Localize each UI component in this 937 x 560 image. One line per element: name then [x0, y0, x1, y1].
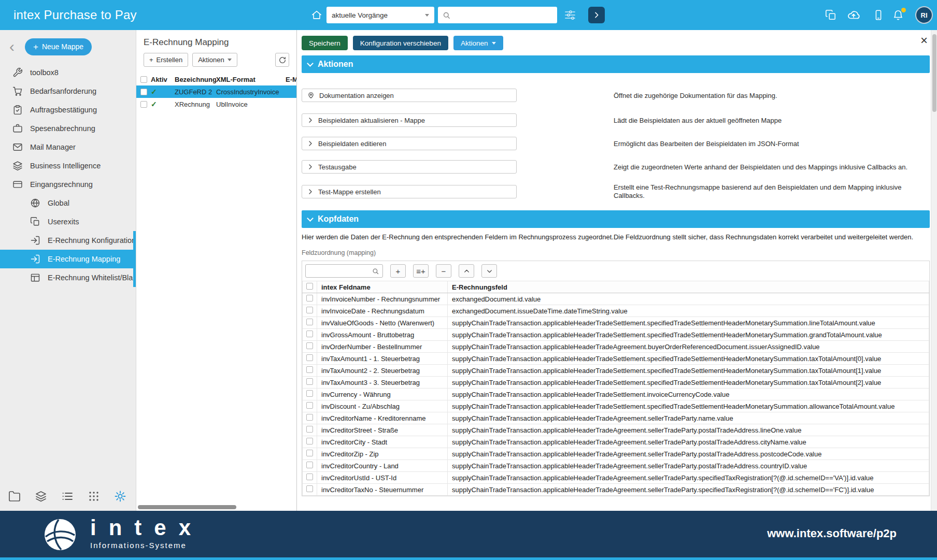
beispieldaten-editieren-button[interactable]: Beispieldaten editieren — [302, 137, 517, 150]
row-checkbox[interactable] — [306, 426, 313, 433]
row-checkbox[interactable] — [306, 366, 313, 373]
vertical-scrollbar-thumb[interactable] — [932, 34, 936, 112]
sidebar-item-bedarfsanforderung[interactable]: Bedarfsanforderung — [0, 82, 136, 100]
horizontal-scrollbar-thumb[interactable] — [138, 505, 236, 509]
sidebar-item-global[interactable]: Global — [0, 194, 136, 212]
intex-feldname-cell: invCreditorStreet - Straße — [317, 424, 448, 436]
gear-icon[interactable] — [114, 490, 126, 502]
home-icon[interactable] — [311, 9, 322, 21]
mapping-search-box[interactable] — [305, 264, 383, 278]
row-checkbox[interactable] — [306, 438, 313, 444]
folder-icon[interactable] — [8, 490, 21, 502]
row-checkbox[interactable] — [306, 485, 313, 492]
chevron-down-icon — [307, 60, 314, 67]
close-icon[interactable]: × — [920, 34, 928, 47]
mapping-row[interactable]: invCurrency - Währung supplyChainTradeTr… — [303, 389, 929, 400]
list-row-zugferd2[interactable]: ✓ ZUGFeRD 2 CrossIndustryInvoice — [136, 85, 296, 98]
move-config-button[interactable]: Konfiguration verschieben — [353, 36, 448, 50]
list-icon[interactable] — [61, 490, 74, 502]
section-header-aktionen[interactable]: Aktionen — [302, 55, 930, 73]
global-search-input[interactable] — [454, 11, 553, 19]
row-checkbox[interactable] — [306, 319, 313, 325]
mapping-row[interactable]: invCreditorStreet - Straße supplyChainTr… — [303, 424, 929, 436]
sidebar-item-eingangsrechnung[interactable]: Eingangsrechnung — [0, 175, 136, 194]
row-checkbox[interactable] — [306, 462, 313, 468]
mapping-row[interactable]: invTaxAmount3 - 3. Steuerbetrag supplyCh… — [303, 377, 929, 389]
footer-url[interactable]: www.intex.software/p2p — [767, 527, 897, 540]
row-checkbox[interactable] — [306, 331, 313, 337]
mapping-search-input[interactable] — [309, 267, 372, 275]
mapping-row[interactable]: invTaxAmount1 - 1. Steuerbetrag supplyCh… — [303, 353, 929, 365]
row-checkbox[interactable] — [140, 101, 147, 108]
device-report-icon[interactable] — [873, 9, 884, 21]
row-checkbox[interactable] — [306, 378, 313, 385]
test-mappe-erstellen-button[interactable]: Test-Mappe erstellen — [302, 185, 517, 198]
new-mappe-button[interactable]: + Neue Mappe — [25, 38, 92, 55]
dokumentation-anzeigen-button[interactable]: Dokumentation anzeigen — [302, 89, 517, 102]
mapping-row[interactable]: invCreditorCity - Stadt supplyChainTrade… — [303, 436, 929, 448]
sidebar-item-e-rechnung-mapping[interactable]: E-Rechnung Mapping — [0, 250, 136, 268]
save-button[interactable]: Speichern — [302, 36, 348, 50]
row-checkbox[interactable] — [306, 342, 313, 349]
mapping-row[interactable]: invTaxAmount2 - 2. Steuerbetrag supplyCh… — [303, 365, 929, 377]
refresh-button[interactable] — [275, 53, 289, 67]
sidebar-item-e-rechnung-konfiguration[interactable]: E-Rechnung Konfiguration — [0, 231, 136, 250]
move-up-icon[interactable] — [459, 264, 474, 278]
remove-icon[interactable]: − — [436, 264, 451, 278]
mapping-row[interactable]: invInvoiceDate - Rechnungsdatum exchange… — [303, 305, 929, 317]
bell-icon[interactable] — [892, 9, 904, 21]
forward-button[interactable] — [588, 7, 605, 23]
sidebar-item-auftragsbestaetigung[interactable]: Auftragsbestätigung — [0, 100, 136, 119]
sidebar-item-e-rechnung-whitelist[interactable]: E-Rechnung Whitelist/Bla... — [0, 268, 136, 287]
mapping-row[interactable]: invValueOfGoods - Netto (Warenwert) supp… — [303, 317, 929, 329]
testausgabe-button[interactable]: Testausgabe — [302, 160, 517, 174]
add-row-icon[interactable]: ≡+ — [413, 264, 429, 278]
beispieldaten-aktualisieren-button[interactable]: Beispieldaten aktualisieren - Mappe — [302, 113, 517, 127]
cloud-upload-icon[interactable] — [847, 8, 860, 22]
row-checkbox[interactable] — [306, 402, 313, 409]
select-all-mapping-checkbox[interactable] — [306, 283, 313, 290]
mapping-row[interactable]: invCreditorUstId - UST-Id supplyChainTra… — [303, 472, 929, 484]
create-button[interactable]: + Erstellen — [144, 53, 188, 67]
move-down-icon[interactable] — [481, 264, 497, 278]
action-description: Ermöglicht das Bearbeiten der Beispielda… — [614, 140, 930, 148]
mapping-row[interactable]: invCreditorTaxNo - Steuernummer supplyCh… — [303, 484, 929, 496]
mapping-row[interactable]: invInvoiceNumber - Rechnungsnummer excha… — [303, 293, 929, 305]
intex-feldname-cell: invCreditorTaxNo - Steuernummer — [317, 484, 448, 496]
row-checkbox[interactable] — [306, 473, 313, 480]
mapping-row[interactable]: invGrossAmount - Bruttobetrag supplyChai… — [303, 329, 929, 341]
avatar[interactable]: RI — [915, 6, 933, 24]
sidebar-item-userexits[interactable]: Userexits — [0, 212, 136, 231]
collapse-sidebar-button[interactable]: ‹ — [6, 39, 18, 54]
mapping-row[interactable]: invOrderNumber - Bestellnummer supplyCha… — [303, 341, 929, 353]
e-rechnungsfeld-cell: supplyChainTradeTransaction.applicableHe… — [448, 377, 929, 389]
add-icon[interactable]: + — [390, 264, 406, 278]
row-checkbox[interactable] — [140, 89, 147, 95]
sidebar-item-mail-manager[interactable]: Mail Manager — [0, 138, 136, 156]
global-search-box[interactable] — [438, 7, 557, 23]
sidebar-item-toolbox8[interactable]: toolbox8 — [0, 63, 136, 82]
stack-icon[interactable] — [35, 490, 47, 502]
sidebar-item-business-intelligence[interactable]: Business Intelligence — [0, 156, 136, 175]
filter-sliders-icon[interactable] — [564, 9, 576, 21]
row-checkbox[interactable] — [306, 295, 313, 301]
row-checkbox[interactable] — [306, 354, 313, 361]
vertical-scrollbar[interactable] — [931, 30, 937, 511]
detail-actions-button[interactable]: Aktionen — [453, 36, 504, 50]
mapping-row[interactable]: invCreditorName - Kreditorenname supplyC… — [303, 412, 929, 424]
windows-copy-icon[interactable] — [825, 9, 836, 21]
mapping-row[interactable]: invCreditorZip - Zip supplyChainTradeTra… — [303, 448, 929, 460]
select-all-checkbox[interactable] — [140, 76, 147, 83]
mapping-row[interactable]: invDiscount - Zu/Abschlag supplyChainTra… — [303, 400, 929, 412]
mapping-row[interactable]: invCreditorCountry - Land supplyChainTra… — [303, 460, 929, 472]
row-checkbox[interactable] — [306, 307, 313, 313]
sidebar-item-spesenabrechnung[interactable]: Spesenabrechnung — [0, 119, 136, 138]
scope-select[interactable]: aktuelle Vorgänge — [326, 7, 434, 23]
grid-icon[interactable] — [88, 490, 100, 502]
row-checkbox[interactable] — [306, 450, 313, 456]
list-actions-button[interactable]: Aktionen — [192, 53, 237, 67]
row-checkbox[interactable] — [306, 390, 313, 397]
section-header-kopfdaten[interactable]: Kopfdaten — [302, 210, 930, 228]
list-row-xrechnung[interactable]: ✓ XRechnung UblInvoice — [136, 98, 296, 110]
row-checkbox[interactable] — [306, 414, 313, 421]
